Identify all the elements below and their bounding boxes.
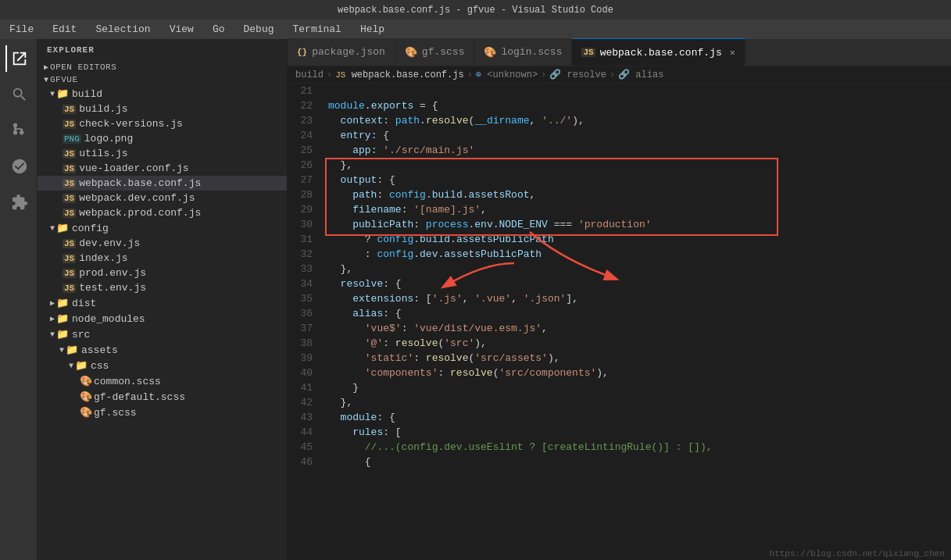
menu-terminal[interactable]: Terminal: [290, 22, 345, 37]
sidebar-item-webpack-base[interactable]: JS webpack.base.conf.js: [38, 176, 287, 191]
sidebar-item-node-modules[interactable]: ▶ 📁 node_modules: [38, 311, 287, 326]
search-activity-icon[interactable]: [5, 81, 32, 108]
vue-loader-label: vue-loader.conf.js: [79, 162, 188, 174]
line-num-43: 43: [288, 410, 313, 425]
png-icon: PNG: [63, 134, 81, 144]
code-line-36: alias: {: [328, 306, 951, 321]
sidebar-gfvue[interactable]: ▼ GFVUE: [38, 73, 287, 86]
sidebar-item-build-folder[interactable]: ▼ 📁 build: [38, 86, 287, 102]
sidebar-item-index[interactable]: JS index.js: [38, 251, 287, 266]
code-content[interactable]: module.exports = { context: path.resolve…: [319, 84, 951, 560]
debug-activity-icon[interactable]: [5, 153, 32, 180]
menu-go[interactable]: Go: [209, 22, 228, 37]
code-line-25: app: './src/main.js': [328, 143, 951, 158]
sidebar-item-dist-folder[interactable]: ▶ 📁 dist: [38, 295, 287, 311]
line-num-33: 33: [288, 262, 313, 276]
sidebar-item-check-versions[interactable]: JS check-versions.js: [38, 116, 287, 131]
tab-package-json[interactable]: {} package.json: [288, 38, 395, 66]
line-num-42: 42: [288, 395, 313, 410]
gfvue-arrow: ▼: [44, 76, 48, 84]
code-line-22: module.exports = {: [328, 98, 951, 113]
sidebar-item-common-scss[interactable]: 🎨 common.scss: [38, 373, 287, 389]
code-line-23: context: path.resolve(__dirname, '../'),: [328, 113, 951, 128]
code-line-24: entry: {: [328, 128, 951, 143]
sidebar-item-test-env[interactable]: JS test.env.js: [38, 280, 287, 295]
line-num-29: 29: [288, 202, 313, 217]
breadcrumb-file[interactable]: webpack.base.conf.js: [352, 70, 464, 80]
scss-icon: 🎨: [80, 391, 92, 403]
menu-help[interactable]: Help: [357, 22, 388, 37]
folder-icon: 📁: [56, 297, 69, 309]
breadcrumb-resolve[interactable]: resolve: [567, 70, 606, 80]
extensions-activity-icon[interactable]: [5, 189, 32, 216]
breadcrumb: build › JS webpack.base.conf.js › ⊕ <unk…: [288, 66, 951, 84]
code-line-32: : config.dev.assetsPublicPath: [328, 247, 951, 262]
tab-gf-scss[interactable]: 🎨 gf.scss: [395, 38, 475, 66]
folder-icon: 📁: [56, 222, 69, 234]
js-icon: JS: [63, 164, 76, 173]
code-line-33: },: [328, 262, 951, 276]
sidebar-item-vue-loader[interactable]: JS vue-loader.conf.js: [38, 161, 287, 176]
prod-env-label: prod.env.js: [79, 267, 146, 279]
src-folder-arrow: ▼: [50, 330, 55, 339]
code-editor[interactable]: 21 22 23 24 25 26 27 28 29 30 31 32 33 3…: [288, 84, 951, 560]
dist-folder-label: dist: [72, 298, 96, 309]
code-line-44: rules: [: [328, 425, 951, 440]
sidebar-item-logo[interactable]: PNG logo.png: [38, 131, 287, 146]
menu-selection[interactable]: Selection: [92, 22, 153, 37]
tab-login-scss-label: login.scss: [501, 46, 562, 58]
line-num-30: 30: [288, 217, 313, 232]
window-title: webpack.base.conf.js - gfvue - Visual St…: [338, 5, 613, 16]
config-folder-arrow: ▼: [50, 224, 55, 233]
sidebar-item-utils[interactable]: JS utils.js: [38, 146, 287, 161]
menu-view[interactable]: View: [166, 22, 197, 37]
sidebar-item-assets-folder[interactable]: ▼ 📁 assets: [38, 342, 287, 358]
code-line-29: filename: '[name].js',: [328, 202, 951, 217]
check-versions-label: check-versions.js: [79, 118, 183, 130]
menu-edit[interactable]: Edit: [49, 22, 80, 37]
js-icon: JS: [63, 239, 76, 248]
menu-debug[interactable]: Debug: [240, 22, 277, 37]
code-line-38: '@': resolve('src'),: [328, 336, 951, 351]
breadcrumb-unknown[interactable]: <unknown>: [487, 70, 538, 80]
code-line-34: resolve: {: [328, 276, 951, 291]
sidebar-item-config-folder[interactable]: ▼ 📁 config: [38, 220, 287, 236]
js-icon: JS: [63, 284, 76, 293]
js-icon: JS: [63, 254, 76, 263]
sidebar-item-gf-scss[interactable]: 🎨 gf.scss: [38, 405, 287, 420]
js-tab-icon: JS: [581, 48, 595, 57]
breadcrumb-build[interactable]: build: [295, 70, 324, 80]
js-icon: JS: [63, 119, 76, 129]
scss-icon: 🎨: [80, 375, 92, 387]
line-num-39: 39: [288, 351, 313, 366]
sidebar-item-gf-default-scss[interactable]: 🎨 gf-default.scss: [38, 389, 287, 405]
code-line-31: ? config.build.assetsPublicPath: [328, 232, 951, 247]
folder-icon: 📁: [75, 359, 88, 372]
tab-close-button[interactable]: ✕: [730, 47, 735, 59]
line-num-22: 22: [288, 98, 313, 113]
css-arrow: ▼: [69, 362, 73, 370]
node-modules-arrow: ▶: [50, 314, 55, 323]
sidebar-item-src-folder[interactable]: ▼ 📁 src: [38, 326, 287, 342]
sidebar-item-dev-env[interactable]: JS dev.env.js: [38, 236, 287, 251]
tab-package-json-label: package.json: [312, 46, 385, 58]
tab-webpack-base[interactable]: JS webpack.base.conf.js ✕: [572, 38, 745, 66]
gf-default-scss-label: gf-default.scss: [94, 391, 185, 403]
sidebar-item-build-js[interactable]: JS build.js: [38, 102, 287, 116]
explorer-activity-icon[interactable]: [5, 45, 32, 72]
sidebar-item-webpack-prod[interactable]: JS webpack.prod.conf.js: [38, 205, 287, 220]
sidebar-item-webpack-dev[interactable]: JS webpack.dev.conf.js: [38, 191, 287, 205]
line-num-37: 37: [288, 321, 313, 336]
tab-login-scss[interactable]: 🎨 login.scss: [474, 38, 572, 66]
tab-webpack-base-label: webpack.base.conf.js: [600, 47, 722, 59]
node-modules-label: node_modules: [72, 313, 145, 325]
sidebar-open-editors[interactable]: ▶ OPEN EDITORS: [38, 61, 287, 73]
line-num-25: 25: [288, 143, 313, 158]
sidebar-item-prod-env[interactable]: JS prod.env.js: [38, 266, 287, 280]
source-control-activity-icon[interactable]: [5, 117, 32, 144]
scss-tab-icon: 🎨: [484, 46, 496, 59]
code-line-30: publicPath: process.env.NODE_ENV === 'pr…: [328, 217, 951, 232]
sidebar-item-css-folder[interactable]: ▼ 📁 css: [38, 358, 287, 373]
breadcrumb-alias[interactable]: alias: [635, 70, 663, 80]
menu-file[interactable]: File: [6, 22, 37, 37]
